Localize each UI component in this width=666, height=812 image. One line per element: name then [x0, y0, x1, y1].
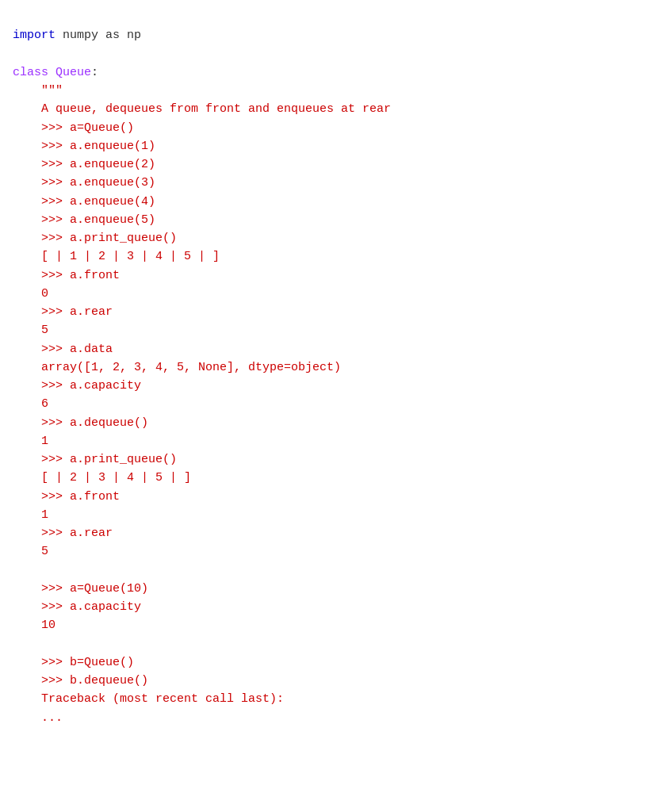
output-front-2: 1	[13, 508, 48, 522]
class-colon: :	[91, 66, 98, 79]
repl-line-1: >>> a=Queue()	[13, 121, 134, 135]
blank-line-2	[13, 638, 41, 651]
repl-line-19: >>> b.dequeue()	[13, 674, 148, 688]
output-front-1: 0	[13, 287, 48, 301]
repl-line-18: >>> b=Queue()	[13, 656, 134, 669]
output-queue-2: [ | 2 | 3 | 4 | 5 | ]	[13, 471, 191, 485]
repl-line-9: >>> a.rear	[13, 305, 113, 319]
np-alias: np	[120, 29, 141, 42]
output-data-1: array([1, 2, 3, 4, 5, None], dtype=objec…	[13, 361, 341, 374]
output-rear-1: 5	[13, 324, 48, 337]
output-traceback-1: Traceback (most recent call last):	[13, 692, 284, 706]
repl-line-8: >>> a.front	[13, 269, 120, 282]
output-rear-2: 5	[13, 545, 48, 558]
repl-line-7: >>> a.print_queue()	[13, 232, 177, 245]
repl-line-4: >>> a.enqueue(3)	[13, 176, 155, 190]
repl-line-12: >>> a.dequeue()	[13, 416, 148, 430]
repl-line-11: >>> a.capacity	[13, 379, 141, 393]
output-traceback-2: ...	[13, 711, 63, 725]
output-capacity-1: 6	[13, 397, 48, 411]
class-keyword: class	[13, 66, 48, 79]
repl-line-6: >>> a.enqueue(5)	[13, 213, 155, 227]
import-keyword: import	[13, 29, 56, 42]
output-dequeue-1: 1	[13, 435, 48, 448]
repl-line-16: >>> a=Queue(10)	[13, 582, 148, 596]
docstring-description: A queue, dequeues from front and enqueue…	[13, 102, 391, 116]
queue-classname: Queue	[56, 66, 91, 79]
repl-line-15: >>> a.rear	[13, 527, 113, 540]
code-editor: import numpy as np class Queue: """ A qu…	[13, 8, 653, 727]
output-capacity-2: 10	[13, 619, 56, 632]
repl-line-5: >>> a.enqueue(4)	[13, 195, 155, 209]
import-module: numpy	[56, 29, 105, 42]
repl-line-10: >>> a.data	[13, 343, 113, 356]
repl-line-13: >>> a.print_queue()	[13, 453, 177, 466]
class-name	[48, 66, 56, 79]
repl-line-3: >>> a.enqueue(2)	[13, 158, 155, 171]
output-queue-1: [ | 1 | 2 | 3 | 4 | 5 | ]	[13, 250, 220, 263]
docstring-open: """	[13, 84, 63, 98]
repl-line-2: >>> a.enqueue(1)	[13, 140, 155, 153]
repl-line-14: >>> a.front	[13, 490, 120, 504]
blank-line-1	[13, 564, 41, 577]
as-keyword: as	[105, 29, 120, 42]
repl-line-17: >>> a.capacity	[13, 600, 141, 614]
